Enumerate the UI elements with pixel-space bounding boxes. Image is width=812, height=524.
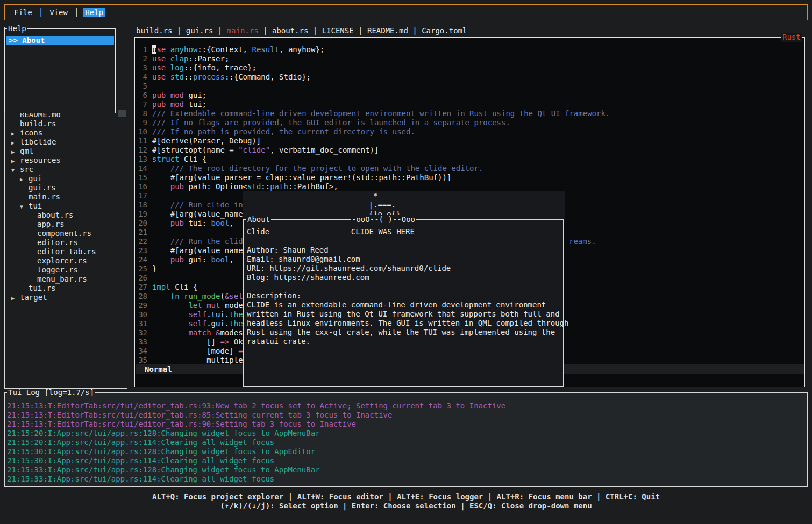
tree-item-editor_tab.rs[interactable]: editor_tab.rs <box>5 247 126 256</box>
tree-item-src[interactable]: ▼src <box>5 165 126 174</box>
tree-item-resources[interactable]: ▶resources <box>5 156 126 165</box>
line-number: 18 <box>136 200 147 210</box>
tab-gui.rs[interactable]: gui.rs <box>186 26 213 35</box>
code-line: 9/// If no flags are provided, the GUI e… <box>136 118 804 127</box>
code-token: pub <box>152 91 166 99</box>
code-token: use <box>152 63 166 72</box>
tree-item-target[interactable]: ▶target <box>5 293 126 302</box>
tree-item-label: app.rs <box>37 220 65 228</box>
tree-item-app.rs[interactable]: app.rs <box>5 220 126 229</box>
tab-build.rs[interactable]: build.rs <box>136 26 172 35</box>
tree-item-qml[interactable]: ▶qml <box>5 147 126 156</box>
code-token: Result <box>252 45 279 54</box>
line-number: 13 <box>136 155 147 164</box>
tree-item-tui.rs[interactable]: tui.rs <box>5 284 126 293</box>
code-token: path: Option< <box>184 182 247 191</box>
about-dialog-line: CLIDE is an extendable command-line driv… <box>247 300 560 310</box>
tree-item-libclide[interactable]: ▶libclide <box>5 138 126 147</box>
line-number: 34 <box>136 347 147 356</box>
line-number: 21 <box>136 228 147 237</box>
code-token: /// Extendable command-line driven devel… <box>152 109 610 118</box>
code-token: #[structopt(name = <box>152 146 238 154</box>
keybinding-help-bar: ALT+Q: Focus project explorer | ALT+W: F… <box>0 492 812 511</box>
code-token: pub <box>152 100 166 109</box>
about-dialog-line: URL: https://git.shaunreed.com/shaunrd0/… <box>247 264 560 273</box>
tree-item-icons[interactable]: ▶icons <box>5 128 126 138</box>
tree-item-logger.rs[interactable]: logger.rs <box>5 265 126 275</box>
line-number: 19 <box>136 210 147 219</box>
line-number: 22 <box>136 237 147 246</box>
code-token: self <box>188 310 206 319</box>
code-token: .gui. <box>206 319 229 328</box>
line-number: 4 <box>136 73 147 82</box>
menu-separator: │ <box>39 8 43 17</box>
code-token: ::Parser; <box>188 54 229 63</box>
about-dialog-line: ratatui crate. <box>247 337 560 346</box>
code-token: /// If no path is provided, the current … <box>152 127 415 136</box>
code-token: , <box>229 219 233 227</box>
tree-item-gui[interactable]: ▶gui <box>5 174 126 183</box>
code-token: #[arg(value_name = <box>152 246 252 255</box>
tree-item-build.rs[interactable]: build.rs <box>5 119 126 128</box>
code-token: => <box>220 338 229 346</box>
menu-item-view[interactable]: View <box>47 8 70 17</box>
tab-readme.md[interactable]: README.md <box>367 26 408 35</box>
about-dialog-border-art: -ooO--(_)--Ooo <box>351 215 416 224</box>
tree-item-tui[interactable]: ▼tui <box>5 202 126 211</box>
tab-separator: | <box>408 26 422 35</box>
code-token <box>152 219 170 227</box>
tab-separator: | <box>308 26 322 35</box>
line-number: 14 <box>136 164 147 173</box>
code-token <box>166 63 170 72</box>
tree-item-label: src <box>20 165 33 174</box>
tree-item-editor.rs[interactable]: editor.rs <box>5 238 126 247</box>
code-line: 12#[structopt(name = "clide", verbatim_d… <box>136 146 804 155</box>
code-token: #[derive(Parser, Debug)] <box>152 137 261 145</box>
editor-panel[interactable]: 1use anyhow::{Context, Result, anyhow};2… <box>134 37 805 387</box>
code-line: 14 /// The root directory for the projec… <box>136 164 804 173</box>
about-dialog-line: headless Linux environments. The GUI is … <box>247 319 560 328</box>
chevron-right-icon: ▶ <box>20 175 29 184</box>
about-dialog-line: Email: shaunrd0@gmail.com <box>247 255 560 264</box>
tree-item-about.rs[interactable]: about.rs <box>5 211 126 220</box>
ascii-art-line: |.===. <box>246 200 565 210</box>
tree-item-main.rs[interactable]: main.rs <box>5 192 126 202</box>
about-dialog-line: Blog: https://shaunreed.com <box>247 273 560 282</box>
code-token: tui; <box>184 100 206 109</box>
tab-cargo.toml[interactable]: Cargo.toml <box>422 26 467 35</box>
code-token: /// Run clide in h <box>152 200 252 209</box>
code-token: /// If no flags are provided, the GUI ed… <box>152 118 510 127</box>
code-token: path <box>270 182 288 191</box>
code-token: let <box>188 301 202 310</box>
code-token: std <box>247 182 261 191</box>
log-entry: 21:15:33:I:App:src/tui/app.rs:128:Changi… <box>7 465 807 475</box>
log-entries: 21:15:13:T:EditorTab:src/tui/editor_tab.… <box>5 393 807 484</box>
log-entry: 21:15:30:I:App:src/tui/app.rs:128:Changi… <box>7 447 807 456</box>
tree-item-label: gui.rs <box>29 183 56 192</box>
tree-item-component.rs[interactable]: component.rs <box>5 229 126 238</box>
code-token: , verbatim_doc_comment)] <box>270 146 379 154</box>
tree-item-gui.rs[interactable]: gui.rs <box>5 183 126 192</box>
tree-item-label: editor_tab.rs <box>37 247 96 256</box>
code-token: Cli { <box>170 283 198 291</box>
code-line: 6pub mod gui; <box>136 91 804 100</box>
code-token: Cli { <box>180 155 207 163</box>
menu-item-help[interactable]: Help <box>83 8 105 17</box>
explorer-scrollbar-thumb[interactable] <box>118 110 126 117</box>
code-token: use <box>152 73 166 81</box>
tab-about.rs[interactable]: about.rs <box>272 26 308 35</box>
code-token: impl <box>152 283 170 291</box>
code-token: ::{Command, Stdio}; <box>225 73 311 81</box>
line-number: 12 <box>136 146 147 155</box>
code-token <box>152 182 170 191</box>
tab-main.rs[interactable]: main.rs <box>227 26 259 35</box>
tree-item-explorer.rs[interactable]: explorer.rs <box>5 256 126 265</box>
line-number: 24 <box>136 255 147 264</box>
menu-item-file[interactable]: File <box>12 8 34 17</box>
dropdown-item-about[interactable]: >> About <box>6 36 114 45</box>
tree-item-menu_bar.rs[interactable]: menu_bar.rs <box>5 275 126 284</box>
code-line: 5 <box>136 82 804 91</box>
code-token <box>152 301 188 310</box>
menu-separator: │ <box>74 8 79 17</box>
tab-license[interactable]: LICENSE <box>322 26 354 35</box>
